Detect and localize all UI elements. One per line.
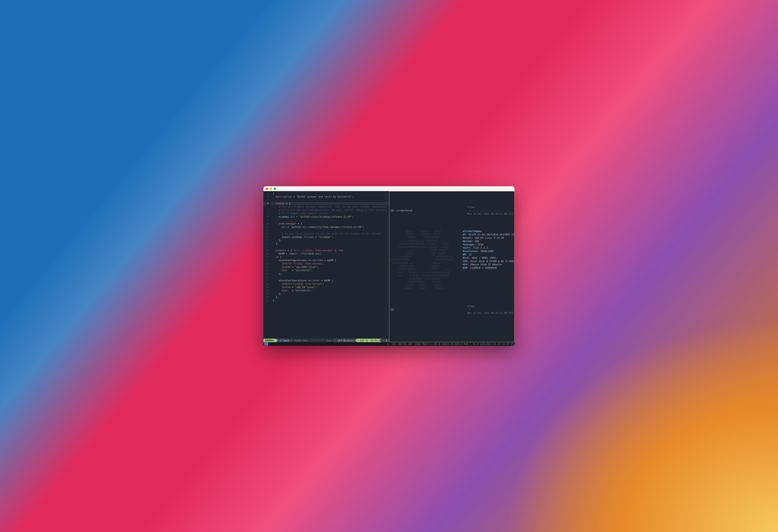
zoom-icon[interactable] (274, 188, 276, 190)
code-line[interactable]: description = "NixOS systems and tools b… (273, 195, 389, 198)
code-line[interactable]: inherit nixpkgs home-manager; (273, 262, 389, 265)
branch-icon: ⎇ (279, 339, 282, 342)
info-row: Shell: fish 3.2.2 (463, 246, 515, 250)
vim-statusline: NORMAL ⎇ main flake.nix nix utf-8[unix] … (263, 339, 389, 342)
prompt-timestamp: Mon 25 Oct 2021 04:47:21 AM UTC (467, 212, 513, 215)
code-line[interactable]: # we'll use for our configurations. Be v… (273, 208, 389, 212)
chevron-left-icon: < (467, 209, 472, 212)
position-segment: 12% ☰ :4/33㏑ (357, 339, 381, 342)
code-line[interactable]: }; (273, 272, 389, 276)
code-line[interactable]: nixosConfigurations.vm-aarch64 = mkVM { (273, 259, 389, 262)
code-line[interactable]: nixosConfigurations.vm-intel = mkVM { (273, 279, 389, 282)
tmux-statusbar: 1 2 E: 192.168.58.128 (1000 Mbit/s)|49.8… (263, 342, 515, 346)
code-line[interactable] (273, 219, 389, 222)
ascii-logo: ::::. '::::: ::::' '::::: ':::::. ::::' … (391, 230, 454, 290)
code-line[interactable] (273, 229, 389, 232)
tmux-status-right: E: 192.168.58.128 (1000 Mbit/s)|49.8 GiB… (387, 343, 514, 346)
code-line[interactable]: system = "aarch64-linux"; (273, 265, 389, 269)
prompt-command: screenfetch (396, 209, 412, 212)
file-segment: flake.nix (291, 339, 325, 342)
code-line[interactable]: home-manager = { (273, 222, 389, 225)
code-line[interactable]: inherit nixpkgs home-manager; (273, 282, 389, 285)
code-line[interactable]: }; (273, 292, 389, 295)
encoding-segment: utf-8[unix] (334, 339, 357, 342)
code-line[interactable]: # it'll impact your entire system. (273, 212, 389, 215)
shell-pane[interactable]: ~ screenfetch 575ms < Mon 25 Oct 2021 04… (389, 191, 515, 342)
line-number-gutter: 1234567891011121314151617181920212223242… (263, 192, 269, 339)
prompt-row-2: ~ 571ms < Mon 25 Oct 2021 04:47:22 AM UT… (391, 301, 513, 318)
prompt-path: ~ (391, 308, 395, 311)
code-line[interactable] (273, 198, 389, 202)
code-line[interactable]: user = "mitchellh"; (273, 269, 389, 272)
titlebar[interactable] (263, 186, 515, 191)
code-line[interactable]: nixpkgs.url = "github:nixos/nixpkgs/rele… (273, 215, 389, 218)
info-row: CPU: Intel Xeon W-2140B @ 8x 3.192GHz (463, 260, 515, 263)
tmux-window-active[interactable]: 1 (264, 342, 268, 346)
info-row: Packages: 3234 (463, 243, 515, 246)
code-line[interactable]: } (273, 299, 389, 302)
code-line[interactable]: }; (273, 295, 389, 299)
info-row: Disk: 402G / 886G (46%) (463, 256, 515, 260)
code-line[interactable]: in { (273, 255, 389, 259)
code-line[interactable]: outputs = { self, nixpkgs, home-manager … (273, 249, 389, 252)
code-line[interactable]: }; (273, 239, 389, 242)
info-row: OS: NixOS 21.05.20211024.3b17893 (Okapi) (463, 233, 515, 236)
tmux-body: 1234567891011121314151617181920212223242… (263, 191, 515, 342)
info-row: WM: i3 (463, 253, 515, 256)
code-line[interactable]: { (273, 192, 389, 195)
cmd-duration: 571ms (467, 305, 475, 308)
mode-segment: NORMAL (263, 339, 276, 342)
column-segment: :1 (381, 339, 389, 342)
code-line[interactable]: url = "github:nix-community/home-manager… (273, 225, 389, 229)
info-row: Resolution: 3008x1846 (463, 250, 515, 253)
code-line[interactable] (273, 245, 389, 249)
code-line[interactable]: mkVM = import ./lib/mkvm.nix; (273, 252, 389, 255)
code-line[interactable]: # Pin our primary nixpkgs repository. Th… (273, 205, 389, 208)
info-row: Uptime: 13m (463, 240, 515, 243)
code-line[interactable]: inputs.nixpkgs.follows = "nixpkgs"; (273, 235, 389, 239)
code-line[interactable]: }; (273, 242, 389, 245)
code-area[interactable]: { description = "NixOS systems and tools… (273, 192, 389, 339)
code-line[interactable]: inputs = { (273, 202, 389, 205)
prompt-path: ~ (391, 209, 395, 212)
user-host: mitchellh@dev (463, 230, 515, 233)
tmux-window-inactive[interactable]: 2 (268, 342, 272, 346)
code-line[interactable]: user = "mitchellh"; (273, 289, 389, 292)
info-row: RAM: 1126MiB / 16464MiB (463, 266, 515, 270)
code-line[interactable]: # We want home-manager to use the same s… (273, 232, 389, 235)
info-row: Kernel: x86_64 Linux 5.14.14 (463, 236, 515, 240)
branch-segment: ⎇ main (276, 339, 291, 342)
close-icon[interactable] (265, 188, 268, 190)
screenfetch-output: ::::. '::::: ::::' '::::: ':::::. ::::' … (391, 230, 513, 290)
minimize-icon[interactable] (269, 188, 272, 190)
editor[interactable]: 1234567891011121314151617181920212223242… (263, 191, 389, 339)
sign-column: [] (269, 192, 273, 339)
vim-pane[interactable]: 1234567891011121314151617181920212223242… (263, 191, 389, 342)
cmd-duration: 575ms (467, 206, 475, 209)
prompt-row-1: ~ screenfetch 575ms < Mon 25 Oct 2021 04… (391, 202, 513, 219)
shell-output[interactable]: ~ screenfetch 575ms < Mon 25 Oct 2021 04… (389, 191, 514, 342)
system-info: mitchellh@devOS: NixOS 21.05.20211024.3b… (463, 230, 515, 290)
prompt-timestamp: Mon 25 Oct 2021 04:47:22 AM UTC (467, 312, 513, 315)
code-line[interactable]: system = "x86_64-linux"; (273, 285, 389, 289)
code-line[interactable] (273, 276, 389, 279)
chevron-left-icon: < (467, 308, 472, 311)
info-row: GPU: VMware SVGA II Adapter (463, 263, 515, 266)
terminal-window: 1234567891011121314151617181920212223242… (263, 186, 515, 346)
